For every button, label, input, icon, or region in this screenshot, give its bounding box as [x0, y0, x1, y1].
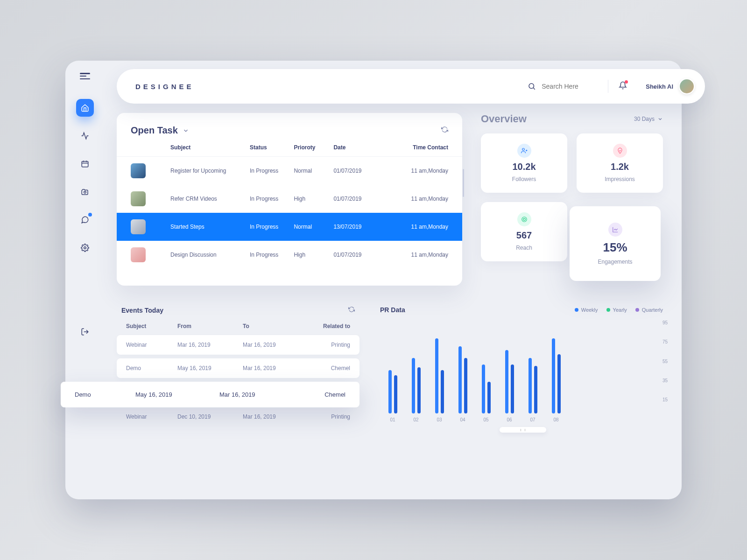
overview-section: Overview 30 Days 10.2k Followers: [481, 113, 663, 261]
task-thumbnail: [131, 247, 146, 262]
col-subject: Subject: [170, 144, 250, 151]
engagements-icon: [608, 223, 622, 237]
user-menu[interactable]: Sheikh Al: [646, 78, 695, 94]
task-row-selected[interactable]: Started Steps In Progress Normal 13/07/2…: [117, 213, 462, 241]
events-refresh-button[interactable]: [348, 306, 355, 315]
nav-settings[interactable]: [76, 239, 94, 257]
pr-legend: Weekly Yearly Quarterly: [575, 307, 663, 313]
refresh-icon: [441, 126, 448, 133]
event-row-highlight[interactable]: Demo May 16, 2019 Mar 16, 2019 Chemel: [61, 382, 359, 407]
stat-followers[interactable]: 10.2k Followers: [481, 133, 567, 193]
activity-icon: [81, 132, 89, 140]
x-tick: 07: [523, 417, 543, 422]
sidebar: [65, 61, 105, 499]
brand-logo: DESIGNEE: [135, 83, 194, 91]
event-row[interactable]: Webinar Dec 10, 2019 Mar 16, 2019 Printi…: [117, 407, 359, 427]
col-priority: Prioroty: [294, 144, 333, 151]
home-icon: [81, 104, 89, 112]
chat-icon: [81, 216, 89, 224]
user-name: Sheikh Al: [646, 83, 673, 90]
notification-badge: [625, 80, 628, 84]
svg-point-5: [523, 218, 525, 221]
refresh-icon: [348, 306, 355, 313]
topbar: DESIGNEE Sheikh Al: [117, 69, 705, 104]
x-tick: 05: [476, 417, 496, 422]
task-thumbnail: [131, 191, 146, 206]
x-tick: 04: [453, 417, 472, 422]
x-tick: 06: [500, 417, 519, 422]
app-frame: DESIGNEE Sheikh Al Open Task: [65, 61, 682, 499]
task-thumbnail: [131, 163, 146, 178]
main-content: Open Task Subject Status Prioroty Date T…: [117, 113, 663, 485]
svg-point-3: [529, 84, 534, 89]
overview-range-dropdown[interactable]: 30 Days: [634, 116, 663, 122]
y-axis: 95 75 55 35 15: [649, 320, 668, 402]
search-group: [528, 82, 598, 91]
pr-chart: 95 75 55 35 15: [378, 320, 668, 413]
x-tick: 01: [383, 417, 402, 422]
legend-weekly[interactable]: Weekly: [575, 307, 598, 313]
svg-point-2: [84, 247, 86, 249]
impressions-icon: [613, 144, 627, 158]
event-row[interactable]: Demo May 16, 2019 Mar 16, 2019 Chemel: [117, 358, 359, 378]
open-task-dropdown[interactable]: Open Task: [131, 125, 189, 136]
bar-group[interactable]: [383, 370, 402, 414]
task-thumbnail: [131, 219, 146, 234]
chart-scroll-handle[interactable]: [500, 427, 546, 433]
chevron-down-icon: [657, 116, 663, 122]
nav-camera[interactable]: [76, 183, 94, 201]
nav-chat[interactable]: [76, 211, 94, 229]
pr-section: PR Data Weekly Yearly Quarterly 95 75 55…: [378, 306, 668, 433]
refresh-button[interactable]: [441, 126, 448, 135]
bar-group[interactable]: [500, 350, 519, 413]
task-row[interactable]: Design Discussion In Progress High 01/07…: [117, 241, 462, 269]
x-axis: 0102030405060708: [378, 413, 668, 422]
menu-toggle-button[interactable]: [80, 73, 90, 79]
x-tick: 08: [546, 417, 566, 422]
calendar-icon: [81, 160, 89, 168]
bar-group[interactable]: [430, 338, 449, 414]
legend-yearly[interactable]: Yearly: [606, 307, 627, 313]
avatar: [679, 78, 695, 94]
x-tick: 02: [406, 417, 426, 422]
bar-group[interactable]: [546, 338, 566, 414]
stat-reach[interactable]: 567 Reach: [481, 202, 567, 261]
col-date: Date: [333, 144, 391, 151]
bar-group[interactable]: [476, 364, 496, 413]
nav-calendar[interactable]: [76, 155, 94, 173]
svg-point-1: [84, 191, 86, 194]
events-table-header: Subject From To Related to: [117, 321, 359, 335]
task-scrollbar[interactable]: [463, 169, 464, 197]
bar-group[interactable]: [406, 358, 426, 413]
task-row[interactable]: Refer CRM Videos In Progress High 01/07/…: [117, 185, 462, 213]
svg-point-4: [521, 217, 527, 222]
x-tick: 03: [430, 417, 449, 422]
nav-home[interactable]: [76, 99, 94, 117]
logout-icon: [81, 328, 89, 336]
notifications-button[interactable]: [619, 81, 627, 91]
events-section: Events Today Subject From To Related to …: [117, 306, 359, 430]
event-row[interactable]: Webinar Mar 16, 2019 Mar 16, 2019 Printi…: [117, 335, 359, 355]
stat-engagements[interactable]: 15% Engagements: [570, 206, 661, 281]
bar-group[interactable]: [523, 358, 543, 413]
reach-icon: [517, 212, 531, 226]
events-title: Events Today: [121, 307, 163, 314]
col-status: Status: [250, 144, 294, 151]
overview-title: Overview: [481, 113, 527, 125]
task-row[interactable]: Register for Upcoming In Progress Normal…: [117, 157, 462, 185]
stat-impressions[interactable]: 1.2k Impressions: [577, 133, 663, 193]
svg-rect-0: [82, 161, 88, 167]
divider: [608, 80, 608, 93]
search-input[interactable]: [542, 83, 598, 90]
task-table-header: Subject Status Prioroty Date Time Contac…: [117, 144, 462, 157]
open-task-title: Open Task: [131, 125, 178, 136]
open-task-card: Open Task Subject Status Prioroty Date T…: [117, 113, 462, 286]
legend-quarterly[interactable]: Quarterly: [635, 307, 663, 313]
bar-group[interactable]: [453, 346, 472, 414]
nav-activity[interactable]: [76, 127, 94, 145]
search-icon: [528, 82, 536, 91]
nav: [76, 99, 94, 257]
camera-icon: [81, 188, 89, 196]
col-time: Time Contact: [391, 144, 448, 151]
logout-button[interactable]: [76, 323, 94, 341]
